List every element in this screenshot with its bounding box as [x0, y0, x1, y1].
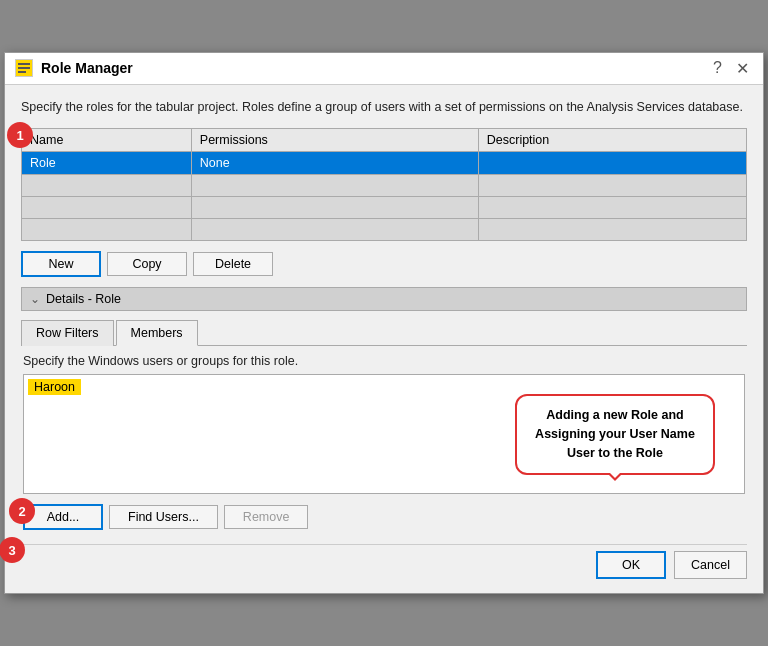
dialog-body: Specify the roles for the tabular projec… — [5, 85, 763, 594]
table-wrapper: 1 Name Permissions Description Role None — [21, 128, 747, 241]
roles-table: Name Permissions Description Role None — [21, 128, 747, 241]
table-action-buttons: New Copy Delete — [21, 251, 747, 277]
ok-button[interactable]: OK — [596, 551, 666, 579]
members-content: Specify the Windows users or groups for … — [21, 354, 747, 530]
svg-rect-3 — [18, 71, 26, 73]
tab-members[interactable]: Members — [116, 320, 198, 346]
title-bar: Role Manager ? ✕ — [5, 53, 763, 85]
role-manager-dialog: Role Manager ? ✕ Specify the roles for t… — [4, 52, 764, 595]
table-empty-row-1 — [22, 175, 747, 197]
new-button[interactable]: New — [21, 251, 101, 277]
members-buttons-row: 2 Add... Find Users... Remove Adding a n… — [23, 504, 745, 530]
col-permissions: Permissions — [191, 129, 478, 152]
close-button[interactable]: ✕ — [732, 59, 753, 78]
col-description: Description — [478, 129, 746, 152]
chevron-icon: ⌄ — [30, 292, 40, 306]
cancel-button[interactable]: Cancel — [674, 551, 747, 579]
member-item: Haroon — [28, 379, 81, 395]
details-label: Details - Role — [46, 292, 121, 306]
dialog-icon — [15, 59, 33, 77]
svg-rect-1 — [18, 63, 30, 65]
cell-description — [478, 152, 746, 175]
delete-button[interactable]: Delete — [193, 252, 273, 276]
dialog-title: Role Manager — [41, 60, 133, 76]
title-controls: ? ✕ — [709, 59, 753, 78]
tab-row-filters[interactable]: Row Filters — [21, 320, 114, 346]
title-bar-left: Role Manager — [15, 59, 133, 77]
copy-button[interactable]: Copy — [107, 252, 187, 276]
description-text: Specify the roles for the tabular projec… — [21, 99, 747, 117]
details-section: ⌄ Details - Role — [21, 287, 747, 311]
badge-3: 3 — [0, 537, 25, 563]
remove-button[interactable]: Remove — [224, 505, 309, 529]
table-row[interactable]: Role None — [22, 152, 747, 175]
add-button[interactable]: Add... — [23, 504, 103, 530]
table-header-row: Name Permissions Description — [22, 129, 747, 152]
table-empty-row-3 — [22, 219, 747, 241]
col-name: Name — [22, 129, 192, 152]
svg-rect-2 — [18, 67, 30, 69]
help-button[interactable]: ? — [709, 59, 726, 78]
find-users-button[interactable]: Find Users... — [109, 505, 218, 529]
cell-name: Role — [22, 152, 192, 175]
members-description: Specify the Windows users or groups for … — [23, 354, 745, 368]
footer-buttons: 3 OK Cancel — [21, 544, 747, 579]
tabs-container: Row Filters Members — [21, 319, 747, 346]
cell-permissions: None — [191, 152, 478, 175]
details-header[interactable]: ⌄ Details - Role — [21, 287, 747, 311]
callout: Adding a new Role and Assigning your Use… — [515, 394, 715, 474]
table-empty-row-2 — [22, 197, 747, 219]
